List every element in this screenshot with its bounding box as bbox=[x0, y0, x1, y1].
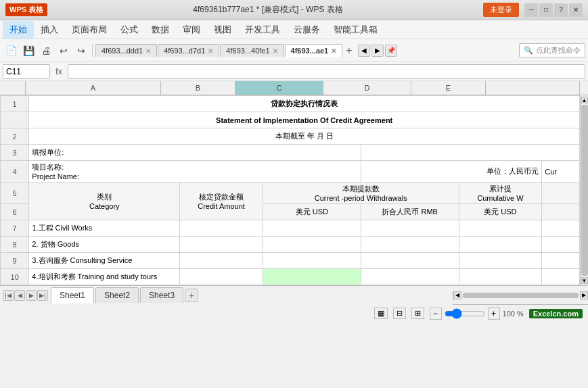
cell-row10-e[interactable] bbox=[459, 269, 542, 285]
cell-row9-b[interactable] bbox=[180, 253, 263, 269]
horizontal-scrollbar[interactable]: ◀ ▶ bbox=[453, 291, 588, 299]
file-tab-1[interactable]: 4f693...ddd1 ✕ bbox=[95, 44, 157, 57]
cell-row8-e[interactable] bbox=[459, 237, 542, 253]
cell-row10-c[interactable] bbox=[263, 269, 361, 285]
zoom-in-button[interactable]: + bbox=[488, 308, 500, 320]
cell-row9-c[interactable] bbox=[263, 253, 361, 269]
cell-row7-f bbox=[542, 220, 580, 237]
menu-smarttools[interactable]: 智能工具箱 bbox=[327, 21, 384, 39]
menu-cloud[interactable]: 云服务 bbox=[287, 21, 327, 39]
cell-row8-c[interactable] bbox=[263, 237, 361, 253]
close-button[interactable]: ✕ bbox=[569, 3, 583, 17]
row-num-5: 5 bbox=[1, 183, 29, 204]
scroll-left-button[interactable]: ◀ bbox=[453, 291, 461, 299]
view-normal-btn[interactable]: ▦ bbox=[374, 308, 388, 319]
cell-row8-a[interactable]: 2. 货物 Goods bbox=[29, 237, 180, 253]
cell-row8-d[interactable] bbox=[361, 237, 459, 253]
formula-input[interactable] bbox=[68, 64, 585, 79]
zoom-out-button[interactable]: − bbox=[430, 308, 442, 320]
row-num-1b bbox=[1, 112, 29, 128]
h-scroll-thumb[interactable] bbox=[463, 293, 579, 298]
add-tab-button[interactable]: + bbox=[343, 45, 355, 57]
cell-project[interactable]: 项目名称: Project Name: bbox=[29, 161, 361, 183]
cell-row7-b[interactable] bbox=[180, 220, 263, 237]
table-scroll-area[interactable]: 1 贷款协定执行情况表 Statement of Implementation … bbox=[0, 95, 580, 285]
print-button[interactable]: 🖨 bbox=[38, 43, 54, 59]
table-row: Statement of Implementation Of Credit Ag… bbox=[1, 112, 580, 128]
file-title: 4f69361b777ae1 * [兼容模式] - WPS 表格 bbox=[53, 4, 483, 16]
row-num-10: 10 bbox=[1, 269, 29, 285]
wps-logo: WPS 表格 bbox=[5, 3, 47, 16]
cell-row10-a[interactable]: 4.培训和考察 Training and study tours bbox=[29, 269, 180, 285]
close-tab-1[interactable]: ✕ bbox=[145, 47, 151, 55]
cell-row10-b[interactable] bbox=[180, 269, 263, 285]
close-tab-2[interactable]: ✕ bbox=[208, 47, 213, 55]
scroll-up-button[interactable]: ▲ bbox=[581, 97, 588, 103]
status-bar: ▦ ⊟ ⊞ − + 100 % Excelcn.com bbox=[0, 304, 588, 322]
sheet-tab-1[interactable]: Sheet1 bbox=[51, 287, 94, 304]
cell-row8-b[interactable] bbox=[180, 237, 263, 253]
row-num-1: 1 bbox=[1, 96, 29, 112]
menu-insert[interactable]: 插入 bbox=[34, 21, 65, 39]
menu-pagelayout[interactable]: 页面布局 bbox=[65, 21, 114, 39]
cell-unit: 单位：人民币元 bbox=[361, 161, 541, 183]
sheet-prev[interactable]: ◀ bbox=[14, 290, 25, 301]
vertical-scrollbar[interactable]: ▲ ▼ bbox=[580, 95, 588, 285]
sheet-first[interactable]: |◀ bbox=[3, 290, 14, 301]
cell-row7-c[interactable] bbox=[263, 220, 361, 237]
cell-title-cn[interactable]: 贷款协定执行情况表 bbox=[29, 96, 580, 112]
sheet-last[interactable]: ▶| bbox=[37, 290, 48, 301]
table-row: 3 填报单位: bbox=[1, 145, 580, 161]
tab-pin[interactable]: 📌 bbox=[385, 45, 397, 57]
login-button[interactable]: 未登录 bbox=[483, 3, 519, 17]
cell-row7-e[interactable] bbox=[459, 220, 542, 237]
zoom-slider[interactable] bbox=[445, 308, 485, 319]
new-button[interactable]: 📄 bbox=[3, 43, 19, 59]
scroll-down-button[interactable]: ▼ bbox=[581, 277, 588, 284]
cell-reporter-right bbox=[361, 145, 579, 161]
tab-prev[interactable]: ◀ bbox=[358, 45, 370, 57]
undo-button[interactable]: ↩ bbox=[55, 43, 72, 59]
menu-data[interactable]: 数据 bbox=[145, 21, 176, 39]
file-tab-3[interactable]: 4f693...40fe1 ✕ bbox=[220, 44, 284, 57]
sheet-tab-2[interactable]: Sheet2 bbox=[95, 287, 139, 303]
cell-title-en[interactable]: Statement of Implementation Of Credit Ag… bbox=[29, 112, 580, 128]
command-search[interactable]: 🔍 点此查找命令 bbox=[519, 43, 585, 57]
menu-formula[interactable]: 公式 bbox=[114, 21, 145, 39]
file-tab-2[interactable]: 4f693...d7d1 ✕ bbox=[158, 44, 219, 57]
add-sheet-button[interactable]: + bbox=[185, 289, 198, 302]
table-row: 5 类别 Category 核定贷款金额 Credit Amount 本期提款数… bbox=[1, 183, 580, 204]
scroll-right-button[interactable]: ▶ bbox=[580, 291, 588, 299]
cell-reporter[interactable]: 填报单位: bbox=[29, 145, 361, 161]
sheet-navigation: |◀ ◀ ▶ ▶| bbox=[3, 290, 48, 301]
cell-row9-d[interactable] bbox=[361, 253, 459, 269]
scroll-thumb[interactable] bbox=[581, 105, 588, 276]
file-tab-4[interactable]: 4f693...ae1 ✕ bbox=[285, 44, 343, 57]
menu-review[interactable]: 审阅 bbox=[176, 21, 207, 39]
row-num-7: 7 bbox=[1, 220, 29, 237]
cell-reference[interactable] bbox=[3, 64, 50, 79]
close-tab-4[interactable]: ✕ bbox=[331, 47, 336, 55]
sheet-tab-3[interactable]: Sheet3 bbox=[140, 287, 183, 303]
view-layout-btn[interactable]: ⊟ bbox=[393, 308, 406, 319]
tab-next[interactable]: ▶ bbox=[371, 45, 384, 57]
menu-view[interactable]: 视图 bbox=[207, 21, 238, 39]
maximize-button[interactable]: □ bbox=[539, 3, 553, 17]
view-page-btn[interactable]: ⊞ bbox=[411, 308, 424, 319]
menu-devtools[interactable]: 开发工具 bbox=[238, 21, 287, 39]
minimize-button[interactable]: ─ bbox=[524, 3, 538, 17]
cell-row9-e[interactable] bbox=[459, 253, 542, 269]
sheet-next[interactable]: ▶ bbox=[26, 290, 37, 301]
cell-cur: Cur bbox=[542, 161, 580, 183]
save-button[interactable]: 💾 bbox=[20, 43, 37, 59]
cell-row9-a[interactable]: 3.咨询服务 Consulting Service bbox=[29, 253, 180, 269]
cell-row7-d[interactable] bbox=[361, 220, 459, 237]
cell-row7-a[interactable]: 1.工程 Civil Works bbox=[29, 220, 180, 237]
menu-start[interactable]: 开始 bbox=[3, 21, 34, 39]
redo-button[interactable]: ↪ bbox=[73, 43, 89, 59]
help-button[interactable]: ? bbox=[554, 3, 568, 17]
close-tab-3[interactable]: ✕ bbox=[273, 47, 278, 55]
cell-subtitle[interactable]: 本期截至 年 月 日 bbox=[29, 128, 580, 145]
menu-bar: 开始 插入 页面布局 公式 数据 审阅 视图 开发工具 云服务 智能工具箱 bbox=[0, 20, 588, 39]
cell-row10-d[interactable] bbox=[361, 269, 459, 285]
